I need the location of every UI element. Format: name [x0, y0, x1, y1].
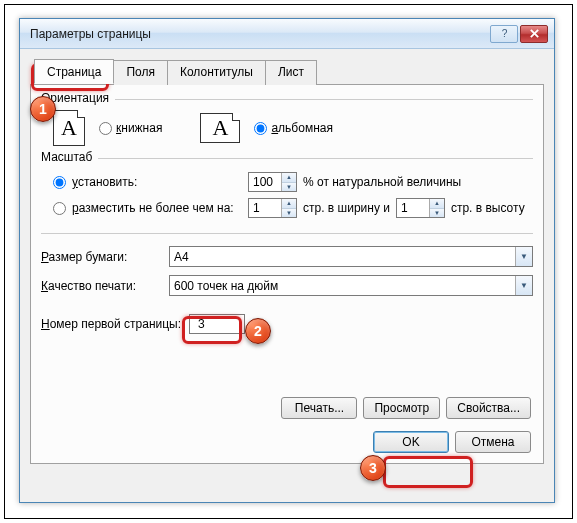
tab-page[interactable]: Страница: [34, 59, 114, 84]
scale-set-suffix: % от натуральной величины: [303, 175, 461, 189]
portrait-icon: A: [53, 110, 85, 146]
print-button[interactable]: Печать...: [281, 397, 357, 419]
fit-width-input[interactable]: [249, 199, 281, 217]
portrait-label: книжная: [116, 121, 162, 135]
orientation-group: Ориентация A книжная A альбомная: [41, 99, 533, 146]
close-button[interactable]: [520, 25, 548, 43]
window-title: Параметры страницы: [30, 27, 490, 41]
spin-down-icon[interactable]: ▼: [282, 209, 296, 218]
scale-fit-label: разместить не более чем на:: [72, 201, 242, 215]
first-page-label: Номер первой страницы:: [41, 317, 189, 331]
chevron-down-icon: ▼: [515, 276, 532, 295]
tab-headers[interactable]: Колонтитулы: [167, 60, 266, 85]
landscape-label: альбомная: [271, 121, 333, 135]
spin-up-icon[interactable]: ▲: [282, 199, 296, 209]
spin-down-icon[interactable]: ▼: [430, 209, 444, 218]
fit-height-input[interactable]: [397, 199, 429, 217]
spin-up-icon[interactable]: ▲: [430, 199, 444, 209]
portrait-radio[interactable]: [99, 122, 112, 135]
page-setup-dialog: Параметры страницы ? Страница Поля Колон…: [19, 18, 555, 503]
fit-mid-label: стр. в ширину и: [303, 201, 390, 215]
scale-set-label: установить:: [72, 175, 242, 189]
landscape-icon: A: [200, 113, 240, 143]
fit-height-spinner[interactable]: ▲▼: [396, 198, 445, 218]
first-page-input-wrap: [189, 314, 245, 334]
tab-panel: Ориентация A книжная A альбомная Масштаб: [30, 84, 544, 464]
properties-button[interactable]: Свойства...: [446, 397, 531, 419]
scale-group: Масштаб установить: ▲▼ % от натуральной …: [41, 158, 533, 221]
help-button[interactable]: ?: [490, 25, 518, 43]
paper-size-select[interactable]: A4 ▼: [169, 246, 533, 267]
preview-button[interactable]: Просмотр: [363, 397, 440, 419]
scale-percent-input[interactable]: [249, 173, 281, 191]
svg-text:?: ?: [501, 28, 507, 39]
scale-percent-spinner[interactable]: ▲▼: [248, 172, 297, 192]
cancel-button[interactable]: Отмена: [455, 431, 531, 453]
orientation-legend: Ориентация: [41, 91, 115, 105]
tab-sheet[interactable]: Лист: [265, 60, 317, 85]
scale-fit-radio[interactable]: [53, 202, 66, 215]
spin-down-icon[interactable]: ▼: [282, 183, 296, 192]
titlebar: Параметры страницы ?: [20, 19, 554, 49]
print-quality-select[interactable]: 600 точек на дюйм ▼: [169, 275, 533, 296]
print-quality-label: Качество печати:: [41, 279, 169, 293]
scale-set-radio[interactable]: [53, 176, 66, 189]
print-quality-value: 600 точек на дюйм: [174, 279, 278, 293]
paper-size-value: A4: [174, 250, 189, 264]
paper-size-label: Размер бумаги:: [41, 250, 169, 264]
fit-suffix-label: стр. в высоту: [451, 201, 525, 215]
ok-button[interactable]: OK: [373, 431, 449, 453]
fit-width-spinner[interactable]: ▲▼: [248, 198, 297, 218]
chevron-down-icon: ▼: [515, 247, 532, 266]
tab-fields[interactable]: Поля: [113, 60, 168, 85]
scale-legend: Масштаб: [41, 150, 98, 164]
spin-up-icon[interactable]: ▲: [282, 173, 296, 183]
landscape-radio[interactable]: [254, 122, 267, 135]
first-page-input[interactable]: [196, 316, 238, 332]
tab-strip: Страница Поля Колонтитулы Лист: [34, 59, 544, 84]
